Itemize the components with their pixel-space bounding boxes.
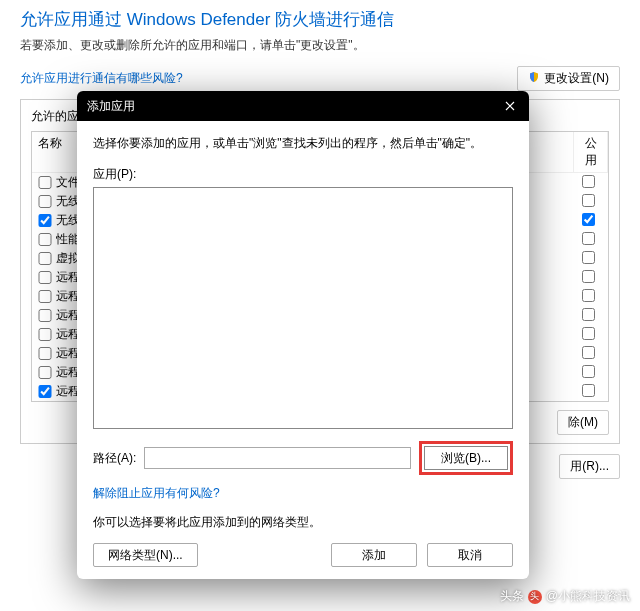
row-public-checkbox[interactable] [574,232,602,248]
network-type-text: 你可以选择要将此应用添加到的网络类型。 [93,514,513,531]
browse-highlight: 浏览(B)... [419,441,513,475]
path-label: 路径(A): [93,450,136,467]
path-input[interactable] [144,447,411,469]
add-app-dialog: 添加应用 选择你要添加的应用，或单击"浏览"查找未列出的程序，然后单击"确定"。… [77,91,529,579]
row-public-checkbox[interactable] [574,346,602,362]
row-checkbox[interactable] [38,176,52,189]
apps-label: 应用(P): [93,166,513,183]
page-title: 允许应用通过 Windows Defender 防火墙进行通信 [20,8,620,31]
row-public-checkbox[interactable] [574,194,602,210]
allow-other-app-button[interactable]: 用(R)... [559,454,620,479]
row-public-checkbox[interactable] [574,251,602,267]
unblock-risk-link[interactable]: 解除阻止应用有何风险? [93,485,513,502]
row-checkbox[interactable] [38,271,52,284]
row-public-checkbox[interactable] [574,175,602,191]
watermark-text: @小熊科技资讯 [546,588,630,605]
watermark-prefix: 头条 [500,588,524,605]
dialog-title: 添加应用 [87,98,135,115]
cancel-button[interactable]: 取消 [427,543,513,567]
row-public-checkbox[interactable] [574,365,602,381]
row-checkbox[interactable] [38,328,52,341]
add-button[interactable]: 添加 [331,543,417,567]
row-public-checkbox[interactable] [574,270,602,286]
watermark: 头条 头 @小熊科技资讯 [500,588,630,605]
row-checkbox[interactable] [38,347,52,360]
row-checkbox[interactable] [38,233,52,246]
row-checkbox[interactable] [38,195,52,208]
watermark-icon: 头 [528,590,542,604]
row-public-checkbox[interactable] [574,213,602,229]
row-checkbox[interactable] [38,290,52,303]
dialog-instruction: 选择你要添加的应用，或单击"浏览"查找未列出的程序，然后单击"确定"。 [93,135,513,152]
row-public-checkbox[interactable] [574,327,602,343]
row-public-checkbox[interactable] [574,308,602,324]
row-checkbox[interactable] [38,214,52,227]
shield-icon [528,71,540,86]
apps-listbox[interactable] [93,187,513,429]
network-type-button[interactable]: 网络类型(N)... [93,543,198,567]
change-settings-label: 更改设置(N) [544,70,609,87]
remove-button[interactable]: 除(M) [557,410,609,435]
row-checkbox[interactable] [38,309,52,322]
row-checkbox[interactable] [38,252,52,265]
close-icon[interactable] [501,97,519,115]
row-checkbox[interactable] [38,385,52,398]
browse-button[interactable]: 浏览(B)... [424,446,508,470]
page-subtitle: 若要添加、更改或删除所允许的应用和端口，请单击"更改设置"。 [20,37,620,54]
change-settings-button[interactable]: 更改设置(N) [517,66,620,91]
row-checkbox[interactable] [38,366,52,379]
col-public[interactable]: 公用 [574,132,608,172]
row-public-checkbox[interactable] [574,289,602,305]
risk-link[interactable]: 允许应用进行通信有哪些风险? [20,70,183,87]
row-public-checkbox[interactable] [574,384,602,400]
